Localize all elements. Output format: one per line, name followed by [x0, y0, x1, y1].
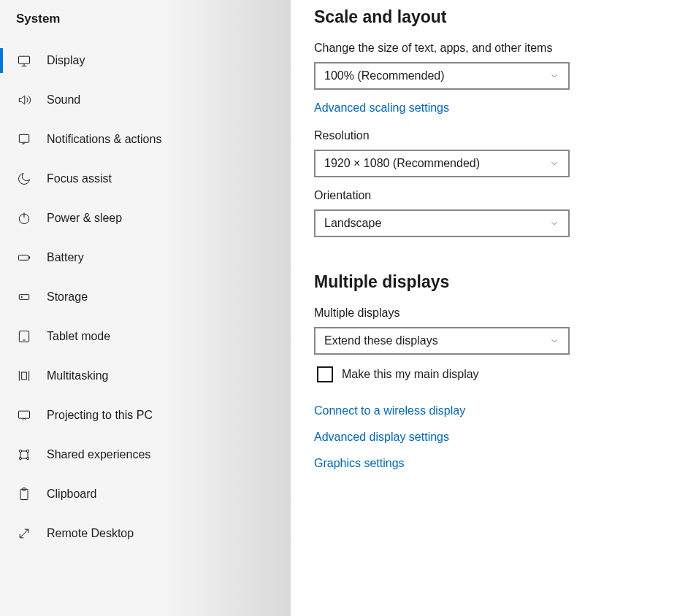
- sidebar-item-tablet-mode[interactable]: Tablet mode: [0, 317, 291, 356]
- sidebar-item-label: Tablet mode: [47, 330, 110, 343]
- sidebar-item-label: Clipboard: [47, 488, 96, 501]
- sidebar-item-notifications[interactable]: Notifications & actions: [0, 120, 291, 159]
- sidebar-item-clipboard[interactable]: Clipboard: [0, 474, 291, 514]
- clipboard-icon: [16, 486, 32, 502]
- notifications-icon: [16, 131, 32, 147]
- sidebar-item-label: Projecting to this PC: [47, 409, 153, 422]
- resolution-dropdown[interactable]: 1920 × 1080 (Recommended): [314, 150, 570, 177]
- svg-rect-4: [19, 134, 28, 142]
- orientation-value: Landscape: [324, 217, 381, 230]
- chevron-down-icon: [549, 336, 559, 346]
- svg-point-20: [26, 457, 28, 459]
- resolution-value: 1920 × 1080 (Recommended): [324, 157, 480, 170]
- text-size-label: Change the size of text, apps, and other…: [314, 42, 681, 55]
- sidebar-item-label: Remote Desktop: [47, 527, 134, 540]
- sidebar-item-projecting[interactable]: Projecting to this PC: [0, 396, 291, 435]
- text-size-dropdown[interactable]: 100% (Recommended): [314, 62, 570, 90]
- svg-rect-0: [19, 56, 30, 63]
- display-icon: [16, 53, 32, 69]
- shared-icon: [16, 447, 32, 463]
- chevron-down-icon: [549, 158, 559, 169]
- text-size-value: 100% (Recommended): [324, 69, 445, 82]
- settings-content: Scale and layout Change the size of text…: [291, 0, 696, 616]
- svg-point-10: [21, 296, 22, 297]
- sidebar-item-label: Multitasking: [47, 369, 108, 382]
- sidebar-item-label: Display: [47, 54, 85, 67]
- svg-point-17: [19, 450, 21, 452]
- storage-icon: [16, 289, 32, 305]
- heading-multiple-displays: Multiple displays: [314, 272, 681, 292]
- sidebar: System Display Sound Notifications & act…: [0, 0, 291, 616]
- checkbox-box: [317, 366, 333, 382]
- svg-point-19: [19, 457, 21, 459]
- sidebar-item-battery[interactable]: Battery: [0, 238, 291, 277]
- sound-icon: [16, 92, 32, 108]
- svg-marker-3: [19, 96, 24, 104]
- resolution-label: Resolution: [314, 129, 681, 142]
- sidebar-item-multitasking[interactable]: Multitasking: [0, 356, 291, 396]
- heading-scale-layout: Scale and layout: [314, 7, 681, 27]
- battery-icon: [16, 250, 32, 266]
- graphics-settings-link[interactable]: Graphics settings: [314, 457, 681, 470]
- projecting-icon: [16, 407, 32, 423]
- advanced-scaling-link[interactable]: Advanced scaling settings: [314, 101, 681, 115]
- remote-desktop-icon: [16, 525, 32, 542]
- multitasking-icon: [16, 368, 32, 384]
- chevron-down-icon: [549, 218, 559, 228]
- svg-point-18: [26, 450, 28, 452]
- sidebar-item-display[interactable]: Display: [0, 41, 291, 80]
- sidebar-item-label: Focus assist: [47, 172, 112, 185]
- svg-rect-16: [19, 411, 30, 418]
- moon-icon: [16, 171, 32, 187]
- svg-line-28: [23, 529, 28, 534]
- sidebar-item-label: Battery: [47, 251, 84, 264]
- sidebar-item-label: Power & sleep: [47, 212, 122, 225]
- connect-wireless-link[interactable]: Connect to a wireless display: [314, 404, 681, 417]
- orientation-dropdown[interactable]: Landscape: [314, 209, 570, 237]
- multiple-displays-value: Extend these displays: [324, 334, 438, 347]
- sidebar-item-focus-assist[interactable]: Focus assist: [0, 159, 291, 199]
- sidebar-item-shared-experiences[interactable]: Shared experiences: [0, 435, 291, 474]
- sidebar-item-label: Sound: [47, 93, 80, 107]
- sidebar-item-power-sleep[interactable]: Power & sleep: [0, 199, 291, 238]
- svg-rect-15: [22, 372, 27, 380]
- svg-rect-7: [19, 255, 28, 261]
- multiple-displays-dropdown[interactable]: Extend these displays: [314, 327, 570, 355]
- orientation-label: Orientation: [314, 189, 681, 202]
- sidebar-title: System: [0, 7, 291, 41]
- multiple-displays-label: Multiple displays: [314, 307, 681, 320]
- svg-rect-9: [19, 295, 28, 300]
- sidebar-item-label: Storage: [47, 290, 88, 304]
- sidebar-item-remote-desktop[interactable]: Remote Desktop: [0, 514, 291, 553]
- main-display-checkbox-label: Make this my main display: [342, 368, 479, 381]
- advanced-display-link[interactable]: Advanced display settings: [314, 431, 681, 444]
- sidebar-item-storage[interactable]: Storage: [0, 277, 291, 317]
- main-display-checkbox[interactable]: Make this my main display: [317, 366, 681, 382]
- chevron-down-icon: [549, 71, 559, 81]
- tablet-icon: [16, 328, 32, 344]
- sidebar-item-label: Shared experiences: [47, 448, 150, 461]
- sidebar-item-sound[interactable]: Sound: [0, 80, 291, 120]
- power-icon: [16, 210, 32, 226]
- sidebar-item-label: Notifications & actions: [47, 133, 161, 146]
